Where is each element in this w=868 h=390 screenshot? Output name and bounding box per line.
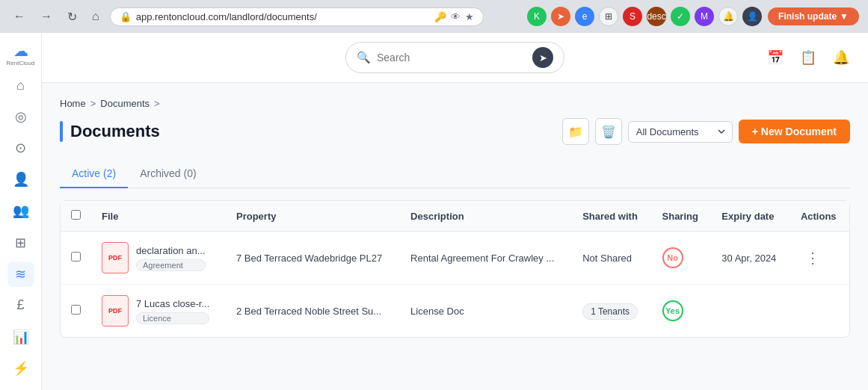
col-expiry-date: Expiry date: [711, 201, 790, 232]
search-input[interactable]: [377, 52, 526, 64]
browser-chrome: ← → ↻ ⌂ 🔒 app.rentoncloud.com/landlord/d…: [0, 0, 868, 33]
finish-update-icon: ▼: [840, 11, 849, 22]
row1-sharing: No: [652, 232, 712, 285]
page-title: Documents: [70, 122, 160, 141]
archive-icon-button[interactable]: 📁: [562, 118, 589, 145]
row1-property: 7 Bed Terraced Wadebridge PL27: [226, 232, 400, 285]
notifications-icon[interactable]: 🔔: [829, 46, 853, 69]
row2-pdf-icon: PDF: [102, 295, 129, 326]
breadcrumb-documents[interactable]: Documents: [100, 98, 150, 109]
sidebar-item-tenants[interactable]: 👤: [7, 167, 34, 192]
row2-file-tag: Licence: [136, 312, 209, 324]
ext-m: M: [695, 7, 714, 26]
refresh-button[interactable]: ↻: [63, 7, 81, 27]
logo-text: RentCloud: [7, 60, 35, 66]
row1-actions-cell: ⋮: [790, 232, 849, 285]
address-bar[interactable]: 🔒 app.rentoncloud.com/landlord/documents…: [110, 7, 484, 26]
col-file: File: [91, 201, 226, 232]
row2-checkbox-cell: [61, 285, 91, 338]
row2-shared-with: 1 Tenants: [572, 285, 651, 338]
row2-actions-cell: [790, 285, 849, 338]
sidebar: ☁ RentCloud ⌂ ◎ ⊙ 👤 👥 ⊞ ≋ £ 📊 ⚡: [0, 33, 42, 390]
row2-sharing: Yes: [652, 285, 712, 338]
ext-e: e: [575, 7, 594, 26]
table-row: PDF 7 Lucas close-r... Licence 2 Bed Ter…: [61, 285, 849, 338]
home-button[interactable]: ⌂: [87, 7, 104, 26]
ext-desc: desc: [647, 7, 666, 26]
row1-checkbox-cell: [61, 232, 91, 285]
col-actions: Actions: [790, 201, 849, 232]
new-doc-label: + New Document: [752, 126, 837, 137]
page-body: Home > Documents > Documents 📁 🗑️ All Do…: [42, 83, 868, 390]
top-bar: 🔍 ➤ 📅 📋 🔔: [42, 33, 868, 83]
ext-grid: ⊞: [599, 7, 618, 26]
select-all-checkbox[interactable]: [71, 210, 81, 220]
table-row: PDF declaration an... Agreement 7 Bed Te…: [61, 232, 849, 285]
header-actions: 📁 🗑️ All Documents Active Archived + New…: [562, 118, 850, 145]
logo-icon: ☁: [13, 42, 28, 60]
col-shared-with: Shared with: [572, 201, 651, 232]
col-checkbox: [61, 201, 91, 232]
sidebar-item-finance[interactable]: £: [7, 293, 34, 318]
row1-expiry-date: 30 Apr, 2024: [711, 232, 790, 285]
search-submit-button[interactable]: ➤: [532, 47, 553, 68]
row1-shared-with: Not Shared: [572, 232, 651, 285]
sidebar-item-integrations[interactable]: ⚡: [7, 356, 34, 381]
top-bar-icons: 📅 📋 🔔: [763, 46, 853, 69]
row1-checkbox[interactable]: [71, 252, 81, 261]
tabs: Active (2) Archived (0): [60, 160, 850, 188]
row1-file-details: declaration an... Agreement: [136, 245, 206, 271]
row1-pdf-icon: PDF: [102, 242, 129, 273]
ext-s: S: [623, 7, 642, 26]
page-header: Documents 📁 🗑️ All Documents Active Arch…: [60, 118, 850, 145]
ext-check: ✓: [671, 7, 690, 26]
row2-file-info: PDF 7 Lucas close-r... Licence: [102, 295, 215, 326]
row2-sharing-badge: Yes: [662, 300, 683, 321]
sidebar-item-properties[interactable]: ⊙: [7, 135, 34, 161]
finish-update-button[interactable]: Finish update ▼: [768, 7, 859, 25]
row2-file-details: 7 Lucas close-r... Licence: [136, 298, 209, 324]
sidebar-item-tasks[interactable]: ⊞: [7, 229, 34, 255]
ext-bell: 🔔: [718, 7, 738, 26]
row2-file-name: 7 Lucas close-r...: [136, 298, 209, 309]
back-button[interactable]: ←: [9, 7, 30, 26]
breadcrumb-home[interactable]: Home: [60, 98, 86, 109]
ext-k: K: [527, 7, 547, 26]
col-sharing: Sharing: [652, 201, 712, 232]
finish-update-label: Finish update: [778, 11, 837, 22]
address-text: app.rentoncloud.com/landlord/documents/: [136, 11, 317, 22]
filter-select[interactable]: All Documents Active Archived: [628, 121, 733, 143]
browser-extensions: K ➤ e ⊞ S desc ✓ M 🔔 👤: [527, 7, 762, 26]
col-property: Property: [226, 201, 400, 232]
sidebar-item-reports[interactable]: 📊: [7, 324, 34, 350]
calendar-icon[interactable]: 📅: [763, 46, 787, 69]
row1-file-name: declaration an...: [136, 245, 206, 256]
row1-actions-button[interactable]: ⋮: [801, 247, 825, 268]
page-title-bar: [60, 121, 63, 142]
documents-table: File Property Description Shared with Sh…: [60, 200, 850, 338]
delete-icon-button[interactable]: 🗑️: [595, 118, 622, 145]
sidebar-item-documents[interactable]: ≋: [7, 261, 34, 287]
row2-file-cell: PDF 7 Lucas close-r... Licence: [91, 285, 226, 338]
ext-avatar: 👤: [742, 7, 762, 26]
row2-expiry-date: [711, 285, 790, 338]
tab-archived[interactable]: Archived (0): [128, 160, 208, 188]
ext-arrow: ➤: [551, 7, 570, 26]
list-icon[interactable]: 📋: [796, 46, 820, 69]
sidebar-item-home[interactable]: ⌂: [7, 72, 34, 98]
sidebar-item-contacts[interactable]: ◎: [7, 104, 34, 129]
row1-file-cell: PDF declaration an... Agreement: [91, 232, 226, 285]
row2-tenant-badge: 1 Tenants: [582, 303, 638, 320]
row1-file-info: PDF declaration an... Agreement: [102, 242, 215, 273]
breadcrumb: Home > Documents >: [60, 98, 850, 109]
row2-checkbox[interactable]: [71, 305, 81, 315]
row1-description: Rental Agreement For Crawley ...: [400, 232, 572, 285]
tab-active[interactable]: Active (2): [60, 160, 128, 188]
logo: ☁ RentCloud: [7, 42, 35, 66]
sidebar-item-groups[interactable]: 👥: [7, 198, 34, 223]
col-description: Description: [400, 201, 572, 232]
search-bar[interactable]: 🔍 ➤: [345, 42, 564, 73]
new-document-button[interactable]: + New Document: [739, 120, 850, 143]
page-title-wrap: Documents: [60, 121, 160, 142]
forward-button[interactable]: →: [36, 7, 57, 26]
